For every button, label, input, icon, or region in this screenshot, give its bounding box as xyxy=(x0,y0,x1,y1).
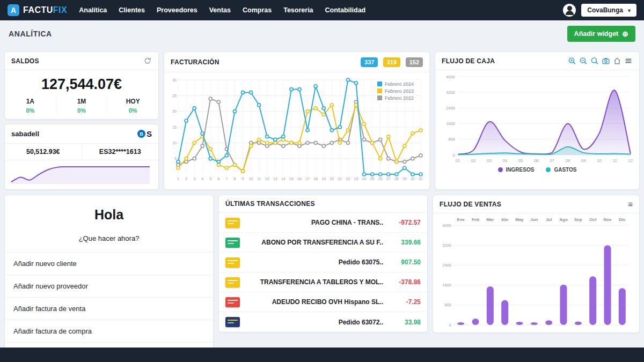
hola-card: Hola ¿Que hacer ahora? Añadir nuevo clie… xyxy=(4,195,214,362)
nav-item-clientes[interactable]: Clientes xyxy=(119,6,145,14)
facturacion-legend: Febrero 2024 Febrero 2023 Febrero 2022 xyxy=(375,80,416,102)
transaction-amount: 339.66 xyxy=(392,239,421,246)
top-navbar: A FACTUFIX Analítica Clientes Proveedore… xyxy=(0,0,644,20)
badge-2022: 152 xyxy=(406,57,423,67)
transaction-desc: ABONO POR TRANSFERENCIA A SU F.. xyxy=(240,239,392,246)
svg-text:3: 3 xyxy=(193,177,195,181)
transactions-list: PAGO CHINA - TRANS.. -972.57 ABONO POR T… xyxy=(219,213,427,332)
teal-dot-icon xyxy=(546,167,551,172)
svg-text:06: 06 xyxy=(534,158,538,163)
transaction-row[interactable]: Pedido 63072.. 33.98 xyxy=(219,312,427,332)
bank-account-row[interactable]: 50,512.93€ ES32****1613 xyxy=(5,144,158,160)
svg-text:Jun: Jun xyxy=(530,217,538,222)
card-icon xyxy=(225,257,240,268)
svg-text:6: 6 xyxy=(217,177,219,181)
facturacion-badges: 337 319 152 xyxy=(358,57,423,67)
camera-icon[interactable] xyxy=(602,57,610,65)
svg-text:15: 15 xyxy=(172,125,177,129)
transaction-row[interactable]: ABONO POR TRANSFERENCIA A SU F.. 339.66 xyxy=(219,233,427,253)
badge-2024: 337 xyxy=(361,57,378,67)
svg-text:May: May xyxy=(515,217,524,222)
svg-text:15: 15 xyxy=(289,177,294,181)
card-icon xyxy=(225,277,240,287)
period-1m[interactable]: 1M 0% xyxy=(56,98,107,114)
svg-text:1: 1 xyxy=(177,177,179,181)
transaction-row[interactable]: Pedido 63075.. 907.50 xyxy=(219,253,427,272)
legend-item-2024[interactable]: Febrero 2024 xyxy=(377,82,414,87)
svg-text:2400: 2400 xyxy=(442,263,451,268)
hola-title: Hola xyxy=(5,207,213,223)
nav-item-compras[interactable]: Compras xyxy=(243,6,272,14)
transaction-row[interactable]: TRANSFERENCIA A TABLEROS Y MOL.. -378.86 xyxy=(219,272,427,292)
action-add-client[interactable]: Añadir nuevo cliente xyxy=(5,252,213,275)
svg-text:Dic: Dic xyxy=(619,217,626,222)
transaction-row[interactable]: PAGO CHINA - TRANS.. -972.57 xyxy=(219,213,427,233)
svg-text:01: 01 xyxy=(456,158,460,163)
transaction-amount: -972.57 xyxy=(392,219,421,226)
home-icon[interactable] xyxy=(613,57,621,65)
nav-item-tesoreria[interactable]: Tesoreria xyxy=(283,6,313,14)
transaction-row[interactable]: ADEUDO RECIBO OVH Hispano SL.. -7.25 xyxy=(219,292,427,312)
chart-toolbar xyxy=(565,57,633,65)
svg-text:05: 05 xyxy=(518,158,523,163)
svg-text:3200: 3200 xyxy=(446,90,455,95)
svg-text:09: 09 xyxy=(581,158,586,163)
legend-item-2022[interactable]: Febrero 2022 xyxy=(377,95,414,101)
svg-text:29: 29 xyxy=(402,177,407,181)
action-add-provider[interactable]: Añadir nuevo proveedor xyxy=(5,275,213,297)
saldos-title: SALDOS xyxy=(11,57,39,65)
svg-text:08: 08 xyxy=(566,158,570,163)
svg-text:4000: 4000 xyxy=(442,223,451,228)
svg-text:10: 10 xyxy=(597,158,601,163)
menu-icon[interactable] xyxy=(624,57,633,65)
svg-text:26: 26 xyxy=(378,177,383,181)
dashboard-grid: SALDOS 127,544.07€ 1A 0% 1M 0% xyxy=(0,47,644,362)
chevron-down-icon: ▾ xyxy=(628,8,631,13)
footer-bar xyxy=(0,348,644,362)
action-add-purchase-invoice[interactable]: Añadir factura de compra xyxy=(5,320,213,342)
swatch-yellow xyxy=(377,88,382,93)
user-menu-button[interactable]: CovaBunga ▾ xyxy=(581,4,636,17)
zoom-out-icon[interactable] xyxy=(579,57,588,65)
card-icon xyxy=(225,238,240,248)
svg-text:Mar: Mar xyxy=(486,217,494,222)
purple-dot-icon xyxy=(498,167,503,172)
svg-text:03: 03 xyxy=(487,158,491,163)
flujo-ventas-chart[interactable]: 08001600240032004000EneFebMarAbrMayJunJu… xyxy=(437,216,635,329)
legend-item-gastos[interactable]: GASTOS xyxy=(546,167,576,173)
autoscale-icon[interactable] xyxy=(590,57,599,65)
svg-text:Ago: Ago xyxy=(559,217,568,222)
svg-text:Oct: Oct xyxy=(589,217,597,222)
zoom-in-icon[interactable] xyxy=(568,57,576,65)
nav-item-ventas[interactable]: Ventas xyxy=(209,6,231,14)
svg-text:5: 5 xyxy=(174,157,177,160)
action-add-sale-invoice[interactable]: Añadir factura de venta xyxy=(5,297,213,320)
brand-suffix: FIX xyxy=(53,5,67,14)
svg-text:10: 10 xyxy=(172,141,177,145)
nav-item-proveedores[interactable]: Proveedores xyxy=(157,6,197,14)
transaction-amount: 33.98 xyxy=(392,319,421,326)
add-widget-button[interactable]: Añadir widget ⊕ xyxy=(567,26,635,42)
refresh-icon[interactable] xyxy=(143,57,152,65)
period-hoy[interactable]: HOY 0% xyxy=(107,98,158,114)
user-avatar-icon[interactable] xyxy=(563,4,576,17)
svg-text:14: 14 xyxy=(281,177,286,181)
svg-text:3200: 3200 xyxy=(442,243,451,248)
svg-text:4: 4 xyxy=(201,177,203,181)
svg-text:30: 30 xyxy=(172,78,177,82)
total-balance: 127,544.07€ xyxy=(5,70,158,95)
svg-text:04: 04 xyxy=(503,158,507,163)
brand-logo[interactable]: A FACTUFIX xyxy=(8,4,67,16)
sabadell-logo-icon: BS xyxy=(137,129,152,138)
nav-item-analitica[interactable]: Analítica xyxy=(79,6,107,14)
transaction-amount: -378.86 xyxy=(392,278,421,286)
nav-item-contabilidad[interactable]: Contabilidad xyxy=(325,6,366,14)
svg-text:5: 5 xyxy=(209,177,211,181)
legend-item-ingresos[interactable]: INGRESOS xyxy=(498,167,535,173)
svg-text:0: 0 xyxy=(453,153,455,158)
flujo-caja-chart[interactable]: 0800160024003200400001020304050607080910… xyxy=(440,72,636,164)
period-1a[interactable]: 1A 0% xyxy=(5,98,56,114)
navbar-right: CovaBunga ▾ xyxy=(563,4,636,17)
hamburger-menu-icon[interactable]: ≡ xyxy=(628,200,633,208)
legend-item-2023[interactable]: Febrero 2023 xyxy=(377,88,414,94)
